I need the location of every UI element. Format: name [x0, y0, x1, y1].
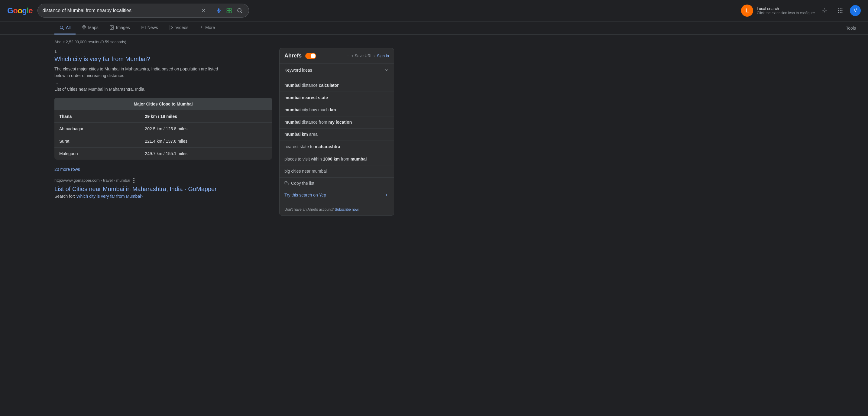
table-row: Thana 29 km / 18 miles [54, 110, 272, 122]
chevron-right-icon [384, 192, 389, 198]
search-bar [37, 4, 249, 18]
svg-rect-8 [229, 11, 231, 13]
copy-list-button[interactable]: Copy the list [280, 178, 394, 189]
maps-icon [82, 25, 87, 30]
tab-maps[interactable]: Maps [77, 22, 103, 34]
svg-point-9 [238, 8, 241, 12]
all-icon [59, 25, 64, 30]
result-title-1[interactable]: Which city is very far from Mumbai? [54, 55, 272, 63]
svg-point-19 [840, 12, 840, 13]
tab-images[interactable]: Images [104, 22, 135, 34]
keyword-ideas-label: Keyword ideas [284, 68, 312, 72]
city-name: Malegaon [54, 147, 140, 160]
tab-videos[interactable]: Videos [164, 22, 193, 34]
subscribe-now-link[interactable]: Subscribe now [335, 207, 358, 212]
table-row: Malegaon 249.7 km / 155.1 miles [54, 147, 272, 160]
source-link-title[interactable]: List of Cities near Mumbai in Maharashtr… [54, 186, 272, 192]
ext-title: Local search [757, 6, 815, 11]
news-icon [141, 25, 146, 30]
table-row: Ahmadnagar 202.5 km / 125.8 miles [54, 122, 272, 135]
keyword-item-3[interactable]: mumbai city how much km [280, 104, 394, 116]
ahrefs-footer: Don't have an Ahrefs account? Subscribe … [280, 204, 394, 215]
svg-point-18 [838, 12, 839, 13]
google-logo[interactable]: Google [7, 6, 33, 16]
keyword-item-1[interactable]: mumbai distance calculator [280, 80, 394, 92]
local-search-extension-icon[interactable]: L [741, 4, 753, 17]
settings-icon[interactable] [818, 4, 831, 17]
keyword-item-5[interactable]: mumbai km area [280, 128, 394, 141]
tools-button[interactable]: Tools [841, 22, 861, 34]
svg-point-12 [838, 8, 839, 9]
table-header-cell: Major Cities Close to Mumbai [54, 98, 272, 110]
header: Google [0, 0, 868, 22]
city-distance: 221.4 km / 137.6 miles [140, 135, 272, 147]
keyword-item-6[interactable]: nearest state to maharashtra [280, 141, 394, 153]
table-header-row: Major Cities Close to Mumbai [54, 98, 272, 110]
tab-all[interactable]: All [54, 22, 75, 34]
cities-table: Major Cities Close to Mumbai Thana 29 km… [54, 98, 272, 160]
images-icon [110, 25, 114, 30]
search-for: Search for: Which city is very far from … [54, 194, 272, 199]
ahrefs-logo: Ahrefs [284, 53, 302, 59]
lens-icon[interactable] [225, 7, 233, 14]
apps-icon[interactable] [834, 4, 846, 17]
more-rows-link[interactable]: 20 more rows [54, 167, 80, 172]
search-submit-icon[interactable] [236, 6, 244, 15]
copy-icon [284, 181, 289, 185]
sign-in-button[interactable]: Sign in [377, 54, 389, 58]
header-right: L Local search Click the extension icon … [741, 4, 861, 17]
keyword-item-8[interactable]: big cities near mumbai [280, 166, 394, 178]
tab-more[interactable]: ⋮ More [194, 22, 220, 34]
result-number: 1 [54, 49, 272, 54]
search-for-link[interactable]: Which city is very far from Mumbai? [76, 194, 143, 199]
nav-tabs: All Maps Images News Videos ⋮ More Too [0, 22, 868, 35]
svg-rect-6 [229, 8, 231, 10]
videos-icon [169, 25, 174, 30]
keyword-ideas-section[interactable]: Keyword ideas [280, 63, 394, 77]
copy-list-label: Copy the list [291, 181, 314, 186]
search-input[interactable] [42, 8, 197, 13]
city-distance: 29 km / 18 miles [140, 110, 272, 122]
keyword-item-7[interactable]: places to visit within 1000 km from mumb… [280, 153, 394, 166]
svg-point-17 [841, 10, 842, 11]
toggle-on[interactable] [305, 53, 316, 59]
keyword-8-text: big cities near mumbai [284, 169, 327, 174]
svg-point-23 [84, 26, 84, 27]
plus-icon: ＋ [346, 53, 350, 59]
save-urls-button[interactable]: ＋ + Save URLs [346, 53, 374, 59]
voice-search-icon[interactable] [215, 7, 223, 14]
source-menu-icon[interactable] [132, 177, 136, 184]
svg-rect-30 [286, 183, 288, 185]
source-url: http://www.gomapper.com › travel › mumba… [54, 177, 272, 184]
svg-rect-2 [218, 8, 219, 11]
chevron-down-icon [384, 68, 389, 72]
svg-rect-5 [227, 8, 229, 10]
city-name: Surat [54, 135, 140, 147]
svg-rect-7 [227, 11, 229, 13]
ahrefs-toggle[interactable] [305, 53, 316, 59]
divider [211, 7, 211, 14]
ahrefs-panel: Ahrefs ＋ + Save URLs Sign in Keyword ide… [279, 48, 394, 215]
more-dots-icon: ⋮ [199, 25, 204, 30]
svg-point-25 [111, 27, 111, 27]
city-distance: 249.7 km / 155.1 miles [140, 147, 272, 160]
clear-icon[interactable] [199, 7, 207, 14]
result-item-1: 1 Which city is very far from Mumbai? Th… [54, 49, 272, 199]
try-search-yep-button[interactable]: Try this search on Yep [280, 189, 394, 201]
ext-subtitle: Click the extension icon to configure [757, 11, 815, 15]
svg-point-11 [824, 10, 826, 11]
svg-point-15 [838, 10, 839, 11]
avatar[interactable]: V [850, 5, 861, 16]
city-distance: 202.5 km / 125.8 miles [140, 122, 272, 135]
svg-line-22 [63, 28, 64, 30]
keyword-item-4[interactable]: mumbai distance from my location [280, 116, 394, 129]
results-count: About 2,52,00,000 results (0.59 seconds) [54, 38, 272, 44]
try-search-label: Try this search on Yep [284, 192, 326, 198]
svg-line-10 [241, 12, 242, 13]
ahrefs-header: Ahrefs ＋ + Save URLs Sign in [280, 48, 394, 63]
tab-news[interactable]: News [136, 22, 163, 34]
table-row: Surat 221.4 km / 137.6 miles [54, 135, 272, 147]
svg-point-14 [841, 8, 842, 9]
keyword-item-2[interactable]: mumbai nearest state [280, 92, 394, 104]
city-name: Ahmadnagar [54, 122, 140, 135]
